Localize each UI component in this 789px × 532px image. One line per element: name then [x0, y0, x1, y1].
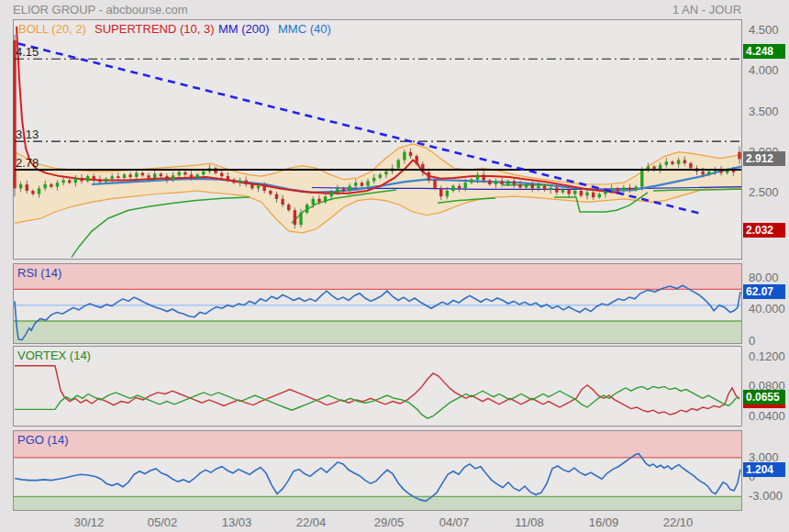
pgo-value-badge: 1.204 [743, 462, 785, 477]
main-chart-panel[interactable] [13, 19, 742, 260]
vortex-panel[interactable] [13, 346, 742, 427]
legend-item-boll[interactable]: BOLL (20, 2) [18, 22, 86, 36]
pgo-panel[interactable] [13, 430, 742, 511]
legend-item-mm[interactable]: MM (200) [218, 22, 270, 36]
main-value-badge: 4.248 [743, 44, 785, 59]
main-value-badge: 2.912 [743, 151, 785, 166]
x-axis-label: 13/03 [213, 515, 261, 529]
main-axis-tick: 2.500 [749, 185, 779, 199]
price-level-label: 4.15 [16, 45, 39, 59]
vortex-red-marker [743, 405, 785, 408]
price-level-label: 2.78 [16, 156, 39, 170]
main-axis-tick: 4.500 [749, 23, 779, 37]
x-axis-label: 16/09 [580, 515, 628, 529]
main-axis-tick: 4.000 [749, 63, 779, 77]
main-value-badge: 2.032 [743, 223, 785, 238]
x-axis-label: 05/02 [139, 515, 186, 529]
pgo-axis-tick: -3.000 [749, 489, 783, 503]
legend-item-mmc[interactable]: MMC (40) [278, 22, 331, 36]
x-axis-label: 22/10 [654, 515, 702, 529]
rsi-panel[interactable] [13, 263, 742, 344]
vortex-axis-tick: 0.1200 [749, 349, 785, 363]
main-axis-tick: 3.500 [749, 105, 779, 118]
period-label: 1 AN - JOUR [672, 3, 741, 17]
rsi-axis-tick: 80.00 [749, 271, 779, 284]
x-axis-label: 22/04 [287, 515, 335, 529]
x-axis-label: 29/05 [365, 515, 413, 529]
rsi-title: RSI (14) [17, 266, 61, 280]
vortex-value-badge: 0.0655 [743, 390, 785, 405]
vortex-axis-tick: 0.0400 [749, 409, 785, 423]
x-axis-label: 30/12 [65, 515, 113, 529]
vortex-title: VORTEX (14) [17, 349, 91, 362]
page-title: ELIOR GROUP - abcbourse.com [13, 3, 188, 17]
abcbourse-chart-screen: ELIOR GROUP - abcbourse.com 1 AN - JOUR … [0, 0, 789, 532]
x-axis-label: 11/08 [506, 515, 553, 529]
legend-item-supertrend[interactable]: SUPERTREND (10, 3) [94, 22, 215, 36]
price-level-label: 3.13 [16, 127, 39, 141]
pgo-title: PGO (14) [17, 433, 69, 447]
x-axis-label: 04/07 [430, 515, 478, 529]
rsi-value-badge: 62.07 [743, 284, 785, 299]
rsi-axis-tick: 40.000 [749, 302, 785, 316]
rsi-axis-tick: 0 [749, 334, 755, 348]
